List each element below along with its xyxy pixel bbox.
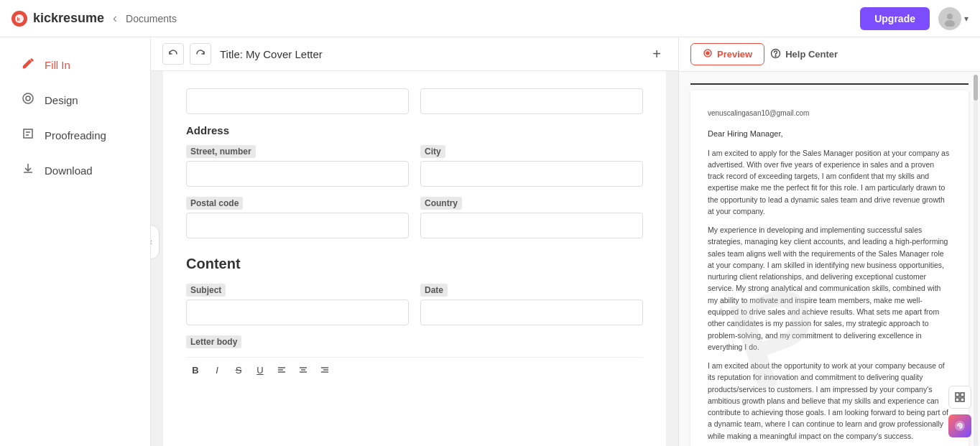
download-icon xyxy=(20,162,36,180)
avatar xyxy=(938,7,961,30)
preview-content: P venuscalingasan10@gmail.com Dear Hirin… xyxy=(679,72,980,446)
svg-rect-20 xyxy=(961,393,964,396)
postal-input[interactable] xyxy=(186,213,409,238)
country-input[interactable] xyxy=(420,213,643,238)
sidebar-label-fill-in: Fill In xyxy=(45,59,70,71)
preview-button[interactable]: Preview xyxy=(690,43,764,65)
add-section-button[interactable]: + xyxy=(647,44,667,64)
content-section: Content Subject Date Letter body B xyxy=(186,256,643,382)
svg-text:k: k xyxy=(17,16,21,22)
editor-content: Address Street, number City Postal code xyxy=(163,71,666,446)
left-sidebar: Fill In Design Proofreading xyxy=(0,37,151,446)
panel-header: Preview Help Center xyxy=(679,37,980,72)
scrollbar-track xyxy=(974,75,978,446)
sidebar-label-proofreading: Proofreading xyxy=(45,129,106,141)
rich-text-toolbar: B I S U xyxy=(186,357,643,382)
design-icon xyxy=(20,91,36,109)
city-group: City xyxy=(420,145,643,187)
main-layout: Fill In Design Proofreading xyxy=(0,37,980,446)
cover-letter-preview: P venuscalingasan10@gmail.com Dear Hirin… xyxy=(690,90,969,446)
last-name-input[interactable] xyxy=(420,88,643,114)
sidebar-label-design: Design xyxy=(45,94,78,106)
logo-icon: k xyxy=(11,11,27,27)
svg-point-3 xyxy=(945,20,955,27)
fill-in-icon xyxy=(20,56,36,74)
city-label: City xyxy=(420,145,445,158)
svg-point-24 xyxy=(959,425,961,427)
bottom-right-icons xyxy=(948,386,971,437)
upgrade-button[interactable]: Upgrade xyxy=(860,7,930,30)
underline-button[interactable]: U xyxy=(251,361,269,379)
address-section: Address Street, number City Postal code xyxy=(186,124,643,238)
country-label: Country xyxy=(420,197,462,210)
subject-group: Subject xyxy=(186,284,409,325)
sidebar-item-design[interactable]: Design xyxy=(6,84,144,116)
sidebar-label-download: Download xyxy=(45,164,93,177)
align-left-button[interactable] xyxy=(272,361,291,379)
subject-input[interactable] xyxy=(186,299,409,325)
letter-body-label: Letter body xyxy=(186,335,241,348)
ai-assistant-icon[interactable] xyxy=(948,414,971,437)
preview-para-1: I am excited to apply for the Sales Mana… xyxy=(708,147,951,218)
logo-text: kickresume xyxy=(33,11,104,26)
preview-para-3: I am excited about the opportunity to wo… xyxy=(708,360,951,442)
subject-label: Subject xyxy=(186,284,226,297)
address-title: Address xyxy=(186,124,643,136)
italic-button[interactable]: I xyxy=(208,361,226,379)
svg-rect-19 xyxy=(956,393,959,396)
postal-group: Postal code xyxy=(186,197,409,238)
strikethrough-button[interactable]: S xyxy=(229,361,248,379)
sidebar-item-proofreading[interactable]: Proofreading xyxy=(6,119,144,152)
street-input[interactable] xyxy=(186,161,409,187)
top-nav: k kickresume ‹ Documents Upgrade ▾ xyxy=(0,0,980,37)
nav-left: k kickresume ‹ Documents xyxy=(11,11,177,27)
help-center-button[interactable]: Help Center xyxy=(770,48,838,61)
preview-icon xyxy=(703,48,713,60)
subject-date-row: Subject Date xyxy=(186,284,643,325)
scrollbar-thumb[interactable] xyxy=(974,75,978,101)
redo-button[interactable] xyxy=(190,43,211,65)
street-label: Street, number xyxy=(186,145,256,158)
svg-point-4 xyxy=(23,93,33,103)
undo-button[interactable] xyxy=(162,43,184,65)
date-label: Date xyxy=(420,284,448,297)
proofreading-icon xyxy=(20,126,36,144)
svg-point-16 xyxy=(706,52,709,55)
svg-point-18 xyxy=(775,55,776,56)
content-title: Content xyxy=(186,256,643,272)
postal-country-row: Postal code Country xyxy=(186,197,643,238)
date-group: Date xyxy=(420,284,643,325)
first-name-input[interactable] xyxy=(186,88,409,114)
city-input[interactable] xyxy=(420,161,643,187)
sidebar-item-download[interactable]: Download xyxy=(6,154,144,187)
user-menu[interactable]: ▾ xyxy=(938,7,969,30)
svg-rect-22 xyxy=(961,398,964,401)
breadcrumb: Documents xyxy=(126,13,177,24)
bold-button[interactable]: B xyxy=(186,361,205,379)
preview-greeting: Dear Hiring Manager, xyxy=(708,128,951,140)
letter-body-group: Letter body B I S U xyxy=(186,335,643,382)
align-center-button[interactable] xyxy=(294,361,313,379)
svg-point-5 xyxy=(26,96,30,101)
street-city-row: Street, number City xyxy=(186,145,643,187)
country-group: Country xyxy=(420,197,643,238)
right-panel: Preview Help Center P venuscalingasan10@… xyxy=(678,37,980,446)
help-icon xyxy=(770,48,781,61)
preview-header-line xyxy=(690,83,969,85)
preview-email: venuscalingasan10@gmail.com xyxy=(708,108,951,119)
editor-toolbar: Title: My Cover Letter + xyxy=(151,37,678,71)
postal-label: Postal code xyxy=(186,197,243,210)
help-label: Help Center xyxy=(785,49,838,60)
editor-area: Title: My Cover Letter + Address Street,… xyxy=(151,37,678,446)
preview-para-2: My experience in developing and implemen… xyxy=(708,224,951,353)
svg-point-2 xyxy=(947,14,953,19)
back-button[interactable]: ‹ xyxy=(113,11,117,26)
nav-right: Upgrade ▾ xyxy=(860,7,969,30)
collapse-panel-button[interactable]: ‹ xyxy=(151,225,160,259)
svg-rect-21 xyxy=(956,398,959,401)
sidebar-item-fill-in[interactable]: Fill In xyxy=(6,49,144,81)
corner-action-icon[interactable] xyxy=(948,386,971,409)
align-right-button[interactable] xyxy=(315,361,334,379)
document-title: Title: My Cover Letter xyxy=(220,48,323,60)
date-input[interactable] xyxy=(420,299,643,325)
